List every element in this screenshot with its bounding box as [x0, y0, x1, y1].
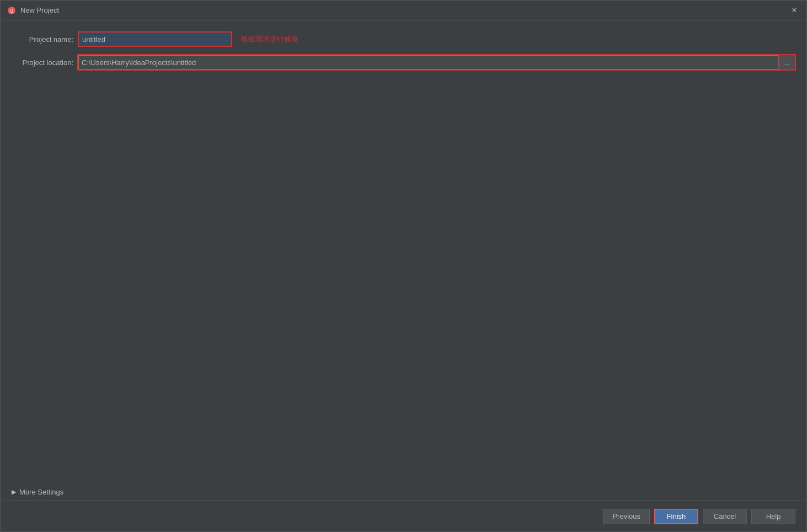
button-bar: Previous Finish Cancel Help — [1, 501, 806, 531]
svg-text:IJ: IJ — [9, 8, 13, 14]
main-empty-area — [12, 78, 795, 483]
content-area: Project name: 根据需求进行修改 Project location:… — [1, 20, 806, 501]
more-settings-toggle[interactable]: ▶ More Settings — [12, 483, 795, 501]
new-project-dialog: IJ New Project × Project name: 根据需求进行修改 … — [0, 0, 807, 532]
project-location-wrapper: ... — [78, 55, 795, 70]
project-name-label: Project name: — [12, 35, 78, 44]
project-name-input[interactable] — [78, 31, 232, 47]
dialog-title: New Project — [20, 6, 789, 14]
previous-button[interactable]: Previous — [603, 509, 650, 524]
browse-button[interactable]: ... — [779, 55, 795, 70]
project-name-hint: 根据需求进行修改 — [241, 34, 298, 44]
cancel-button[interactable]: Cancel — [703, 509, 747, 524]
app-icon: IJ — [7, 6, 16, 15]
project-location-row: Project location: ... — [12, 55, 795, 70]
title-bar: IJ New Project × — [1, 1, 806, 20]
finish-button[interactable]: Finish — [654, 509, 698, 524]
more-settings-arrow: ▶ — [12, 488, 16, 496]
project-location-label: Project location: — [12, 58, 78, 67]
more-settings-label: More Settings — [19, 488, 63, 496]
project-name-row: Project name: 根据需求进行修改 — [12, 31, 795, 47]
close-button[interactable]: × — [789, 5, 800, 16]
help-button[interactable]: Help — [751, 509, 795, 524]
project-location-input[interactable] — [78, 55, 779, 70]
